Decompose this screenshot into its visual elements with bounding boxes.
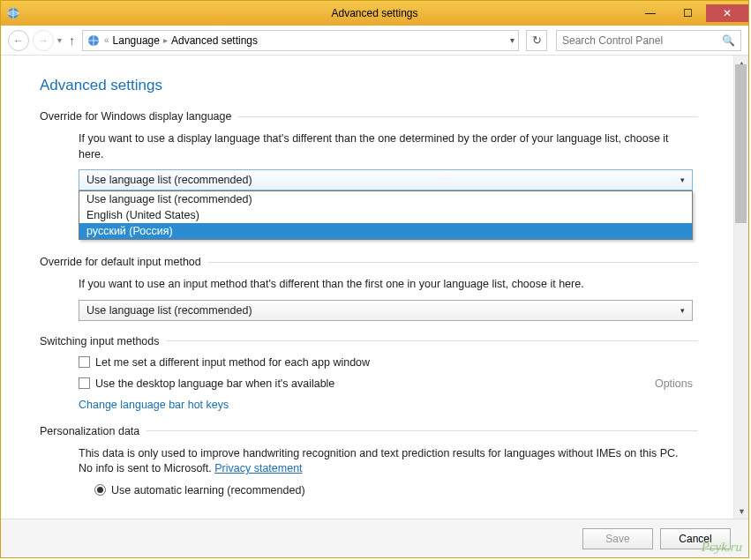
app-icon bbox=[6, 6, 20, 20]
section-title-personalization: Personalization data bbox=[40, 425, 139, 437]
personalization-desc: This data is only used to improve handwr… bbox=[79, 447, 679, 475]
search-box[interactable]: 🔍 bbox=[556, 30, 741, 51]
section-desc-display: If you want to use a display language th… bbox=[79, 131, 693, 162]
titlebar: Advanced settings — ☐ ✕ bbox=[1, 1, 748, 26]
combo-option[interactable]: русский (Россия) bbox=[79, 223, 692, 239]
combo-option[interactable]: Use language list (recommended) bbox=[79, 191, 692, 207]
window-controls: — ☐ ✕ bbox=[632, 4, 748, 22]
divider bbox=[238, 116, 698, 117]
footer: Save Cancel bbox=[1, 519, 748, 557]
section-title-display: Override for Windows display language bbox=[40, 110, 231, 123]
privacy-link[interactable]: Privacy statement bbox=[214, 462, 302, 474]
close-button[interactable]: ✕ bbox=[706, 4, 748, 22]
cancel-button[interactable]: Cancel bbox=[660, 528, 731, 549]
scroll-down-icon[interactable]: ▼ bbox=[734, 504, 748, 519]
divider bbox=[167, 340, 699, 341]
window-title: Advanced settings bbox=[331, 7, 417, 19]
chevron-right-icon: ▸ bbox=[163, 35, 168, 45]
options-link[interactable]: Options bbox=[655, 377, 693, 390]
breadcrumb-item-language[interactable]: Language bbox=[113, 34, 160, 47]
breadcrumb-dropdown-icon[interactable]: ▾ bbox=[510, 35, 514, 45]
maximize-button[interactable]: ☐ bbox=[669, 4, 706, 22]
section-title-input: Override for default input method bbox=[40, 256, 201, 268]
divider bbox=[208, 262, 698, 263]
checkbox-label: Use the desktop language bar when it's a… bbox=[95, 377, 334, 390]
input-method-combo[interactable]: Use language list (recommended) ▾ bbox=[79, 300, 693, 321]
divider bbox=[146, 430, 698, 431]
display-language-dropdown: Use language list (recommended) English … bbox=[79, 190, 693, 240]
hotkeys-link[interactable]: Change language bar hot keys bbox=[79, 399, 229, 411]
combo-value: Use language list (recommended) bbox=[86, 174, 252, 186]
search-icon[interactable]: 🔍 bbox=[722, 34, 735, 47]
section-desc-input: If you want to use an input method that'… bbox=[79, 277, 693, 293]
section-personalization: Personalization data This data is only u… bbox=[40, 425, 698, 497]
scroll-thumb[interactable] bbox=[735, 64, 747, 223]
breadcrumb[interactable]: « Language ▸ Advanced settings ▾ bbox=[82, 30, 519, 51]
breadcrumb-item-advanced[interactable]: Advanced settings bbox=[171, 34, 258, 47]
checkbox-desktop-bar[interactable] bbox=[79, 377, 90, 389]
content-area: Advanced settings Override for Windows d… bbox=[1, 56, 733, 519]
breadcrumb-sep: « bbox=[104, 35, 109, 45]
display-language-combo[interactable]: Use language list (recommended) ▾ Use la… bbox=[79, 169, 693, 190]
refresh-button[interactable]: ↻ bbox=[526, 30, 547, 51]
checkbox-per-app[interactable] bbox=[79, 356, 90, 368]
breadcrumb-icon bbox=[86, 34, 101, 48]
radio-auto-learning[interactable] bbox=[94, 484, 106, 496]
search-input[interactable] bbox=[562, 34, 722, 47]
section-switching: Switching input methods Let me set a dif… bbox=[40, 335, 698, 411]
radio-label: Use automatic learning (recommended) bbox=[111, 484, 305, 497]
save-button[interactable]: Save bbox=[582, 528, 653, 549]
recent-dropdown-icon[interactable]: ▾ bbox=[57, 35, 62, 45]
back-button[interactable]: ← bbox=[8, 30, 29, 51]
forward-button[interactable]: → bbox=[33, 30, 54, 51]
checkbox-label: Let me set a different input method for … bbox=[95, 356, 370, 369]
up-button[interactable]: ↑ bbox=[65, 34, 79, 48]
section-override-input: Override for default input method If you… bbox=[40, 256, 698, 321]
page-title: Advanced settings bbox=[40, 77, 698, 94]
navbar: ← → ▾ ↑ « Language ▸ Advanced settings ▾… bbox=[1, 26, 748, 56]
chevron-down-icon: ▾ bbox=[680, 175, 685, 184]
section-title-switching: Switching input methods bbox=[40, 335, 160, 347]
chevron-down-icon: ▾ bbox=[680, 306, 685, 315]
combo-value: Use language list (recommended) bbox=[86, 304, 252, 317]
section-override-display: Override for Windows display language If… bbox=[40, 110, 698, 190]
minimize-button[interactable]: — bbox=[632, 4, 669, 22]
combo-option[interactable]: English (United States) bbox=[79, 207, 692, 223]
scrollbar[interactable]: ▲ ▼ bbox=[733, 56, 748, 519]
